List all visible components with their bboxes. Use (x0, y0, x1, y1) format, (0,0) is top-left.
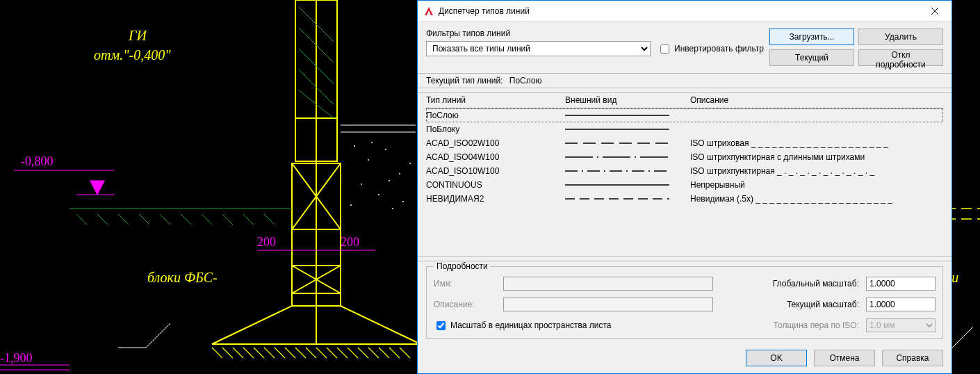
svg-point-62 (361, 184, 362, 185)
name-input (503, 277, 713, 291)
close-icon (931, 8, 938, 15)
paperspace-units-label: Масштаб в единицах пространства листа (450, 320, 612, 330)
linetype-description: Непрерывный (690, 178, 943, 192)
invert-filter-label: Инвертировать фильтр (674, 44, 764, 54)
table-row[interactable]: ACAD_ISO10W100 ISO штрихпунктирная _ . _… (426, 164, 943, 178)
col-header-name[interactable]: Тип линий (426, 93, 565, 108)
current-linetype-value: ПоСлою (509, 76, 542, 86)
ok-button[interactable]: OK (746, 350, 807, 366)
description-label: Описание: (434, 300, 496, 309)
invert-filter-checkbox[interactable] (660, 44, 669, 54)
linetype-description: ISO штрихпунктирная с длинными штрихами (690, 150, 943, 164)
svg-line-29 (379, 348, 389, 358)
linetype-appearance (565, 122, 690, 136)
cancel-button[interactable]: Отмена (814, 350, 875, 366)
linetype-appearance (565, 150, 690, 164)
close-button[interactable] (920, 1, 950, 21)
svg-line-26 (348, 348, 358, 358)
invert-filter-wrap[interactable]: Инвертировать фильтр (658, 42, 764, 56)
col-header-description[interactable]: Описание (690, 93, 943, 108)
svg-marker-33 (90, 181, 104, 195)
current-scale-input[interactable] (866, 298, 936, 311)
linetype-name: ПоБлоку (426, 122, 565, 136)
linetype-name: ПоСлою (426, 108, 565, 123)
table-row[interactable]: ACAD_ISO02W100 ISO штриховая _ _ _ _ _ _… (426, 136, 943, 150)
linetype-description: Невидимая (.5x) _ _ _ _ _ _ _ _ _ _ _ _ … (690, 192, 943, 206)
linetype-description: ISO штриховая _ _ _ _ _ _ _ _ _ _ _ _ _ … (690, 136, 943, 150)
svg-line-20 (285, 348, 295, 358)
table-row[interactable]: ПоБлоку (426, 122, 943, 136)
col-header-appearance[interactable]: Внешний вид (565, 93, 690, 108)
svg-line-53 (264, 214, 275, 225)
global-scale-input[interactable] (866, 277, 936, 291)
svg-line-56 (146, 323, 170, 348)
svg-line-14 (222, 348, 233, 358)
delete-button[interactable]: Удалить (858, 29, 943, 45)
linetype-name: ACAD_ISO10W100 (426, 164, 565, 178)
table-row[interactable]: CONTINUOUS Непрерывный (426, 178, 943, 192)
paperspace-units-checkbox[interactable] (436, 321, 446, 330)
cad-label-gi: ГИ (129, 28, 147, 44)
filters-label: Фильтры типов линий (426, 29, 764, 38)
linetype-appearance (565, 136, 690, 150)
iso-pen-width-label: Толщина пера по ISO: (774, 320, 859, 330)
linetype-name: НЕВИДИМАЯ2 (426, 192, 565, 206)
autocad-logo-icon (423, 6, 434, 17)
svg-line-23 (316, 348, 327, 358)
linetype-appearance (565, 108, 690, 123)
svg-point-67 (409, 163, 411, 164)
linetype-appearance (565, 164, 690, 178)
load-button[interactable]: Загрузить... (769, 29, 854, 45)
svg-point-64 (402, 201, 404, 202)
cad-label-fbs: блоки ФБС- (147, 270, 218, 286)
current-button[interactable]: Текущий (769, 49, 854, 66)
table-row[interactable]: ПоСлою (426, 108, 943, 123)
current-linetype-label: Текущий тип линий: (426, 76, 503, 86)
svg-point-61 (399, 173, 400, 174)
help-button[interactable]: Справка (882, 350, 943, 366)
details-legend: Подробности (434, 261, 491, 271)
toggle-details-button[interactable]: Откл подробности (858, 49, 943, 66)
table-row[interactable]: НЕВИДИМАЯ2 Невидимая (.5x) _ _ _ _ _ _ _… (426, 192, 943, 206)
linetype-name: ACAD_ISO02W100 (426, 136, 565, 150)
svg-line-52 (243, 214, 254, 225)
linetype-appearance (565, 192, 690, 206)
cad-dim-200-right: 200 (341, 235, 359, 250)
svg-point-69 (392, 208, 393, 209)
svg-line-28 (368, 348, 379, 358)
svg-line-51 (222, 214, 233, 225)
svg-line-21 (295, 348, 306, 358)
details-group: Подробности Имя: Глобальный масштаб: Опи… (426, 261, 943, 339)
global-scale-label: Глобальный масштаб: (773, 279, 859, 288)
linetype-name: CONTINUOUS (426, 178, 565, 192)
svg-line-45 (97, 214, 108, 225)
dialog-footer: OK Отмена Справка (418, 345, 952, 373)
svg-point-66 (389, 180, 390, 181)
linetype-name: ACAD_ISO04W100 (426, 150, 565, 164)
svg-line-72 (952, 327, 973, 348)
cad-label-minus0800: -0,800 (21, 154, 54, 169)
linetype-description (690, 122, 943, 136)
svg-line-44 (76, 214, 87, 225)
filter-select[interactable]: Показать все типы линий (426, 41, 651, 56)
svg-point-58 (354, 145, 355, 147)
name-label: Имя: (434, 279, 496, 288)
linetype-description: ISO штрихпунктирная _ . _ . _ . _ . _ . … (690, 164, 943, 178)
svg-line-47 (139, 214, 149, 225)
svg-line-50 (202, 214, 212, 225)
svg-point-59 (368, 159, 369, 161)
cad-label-minus1900: -1,900 (0, 351, 33, 366)
iso-pen-width-select: 1.0 мм (866, 318, 936, 332)
svg-point-60 (385, 149, 386, 150)
titlebar: Диспетчер типов линий (418, 1, 952, 22)
cad-label-otm: отм."-0,400" (94, 47, 171, 63)
linetype-appearance (565, 178, 690, 192)
current-scale-label: Текущий масштаб: (787, 300, 859, 309)
description-input (503, 298, 713, 311)
table-row[interactable]: ACAD_ISO04W100 ISO штрихпунктирная с дли… (426, 150, 943, 164)
svg-line-46 (118, 214, 129, 225)
svg-line-15 (233, 348, 243, 358)
linetype-table[interactable]: Тип линий Внешний вид Описание ПоСлою По… (426, 93, 943, 206)
paperspace-units-wrap[interactable]: Масштаб в единицах пространства листа (434, 319, 713, 332)
svg-line-16 (243, 348, 254, 358)
